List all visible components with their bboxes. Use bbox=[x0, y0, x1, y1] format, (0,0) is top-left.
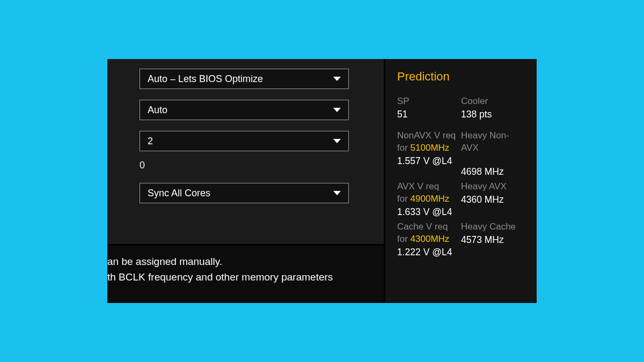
help-line: an be assigned manually. bbox=[107, 254, 373, 270]
chevron-down-icon bbox=[333, 108, 341, 112]
svg-marker-2 bbox=[333, 139, 341, 143]
select-value: Sync All Cores bbox=[148, 188, 210, 199]
cache-freq: 4300MHz bbox=[411, 234, 450, 244]
avx-voltage: 1.633 V @L4 bbox=[397, 206, 461, 218]
heavy-nonavx-value: 4698 MHz bbox=[461, 166, 525, 178]
select-value: Auto bbox=[148, 105, 167, 116]
prediction-title: Prediction bbox=[397, 70, 525, 84]
sp-value: 51 bbox=[397, 109, 461, 120]
heavy-avx-label: Heavy AVX bbox=[461, 181, 525, 193]
bios-panel: Auto – Lets BIOS Optimize Auto 2 0 bbox=[107, 59, 537, 303]
prediction-row-sp-cooler: SP 51 Cooler 138 pts bbox=[397, 95, 525, 120]
help-line: th BCLK frequency and other memory param… bbox=[107, 270, 373, 285]
select-value: Auto – Lets BIOS Optimize bbox=[148, 73, 263, 85]
heavy-avx-value: 4360 MHz bbox=[461, 194, 525, 205]
heavy-cache-label: Heavy Cache bbox=[461, 221, 525, 233]
heavy-cache-value: 4573 MHz bbox=[461, 234, 525, 246]
help-text: an be assigned manually. th BCLK frequen… bbox=[107, 244, 384, 303]
cooler-label: Cooler bbox=[461, 95, 525, 108]
avx-freq: 4900MHz bbox=[411, 194, 450, 204]
heavy-nonavx-label: Heavy Non-AVX bbox=[461, 130, 525, 154]
select-two[interactable]: 2 bbox=[140, 131, 349, 151]
chevron-down-icon bbox=[333, 77, 341, 81]
nonavx-freq: 5100MHz bbox=[411, 143, 450, 153]
select-bios-optimize[interactable]: Auto – Lets BIOS Optimize bbox=[140, 69, 349, 89]
chevron-down-icon bbox=[333, 191, 341, 195]
cache-label-b: for bbox=[397, 234, 411, 244]
svg-marker-3 bbox=[333, 191, 341, 195]
svg-marker-1 bbox=[333, 108, 341, 112]
prediction-row-avx: AVX V req for 4900MHz 1.633 V @L4 Heavy … bbox=[397, 181, 525, 218]
prediction-row-nonavx: NonAVX V req for 5100MHz 1.557 V @L4 Hea… bbox=[397, 130, 525, 178]
cache-label-a: Cache V req bbox=[397, 221, 461, 233]
cache-voltage: 1.222 V @L4 bbox=[397, 247, 461, 258]
select-auto[interactable]: Auto bbox=[140, 100, 349, 120]
settings-column: Auto – Lets BIOS Optimize Auto 2 0 bbox=[107, 59, 385, 303]
cooler-value: 138 pts bbox=[461, 109, 525, 120]
sp-label: SP bbox=[397, 95, 461, 108]
nonavx-label-b: for bbox=[397, 143, 411, 153]
prediction-row-cache: Cache V req for 4300MHz 1.222 V @L4 Heav… bbox=[397, 221, 525, 258]
select-sync-all-cores[interactable]: Sync All Cores bbox=[140, 183, 349, 203]
prediction-panel: Prediction SP 51 Cooler 138 pts NonAVX V… bbox=[385, 59, 537, 303]
nonavx-voltage: 1.557 V @L4 bbox=[397, 156, 461, 167]
nonavx-label-a: NonAVX V req bbox=[397, 130, 461, 142]
chevron-down-icon bbox=[333, 139, 341, 143]
avx-label-a: AVX V req bbox=[397, 181, 461, 193]
avx-label-b: for bbox=[397, 194, 411, 204]
static-value-zero: 0 bbox=[107, 160, 384, 171]
svg-marker-0 bbox=[333, 77, 341, 81]
select-value: 2 bbox=[148, 136, 153, 147]
